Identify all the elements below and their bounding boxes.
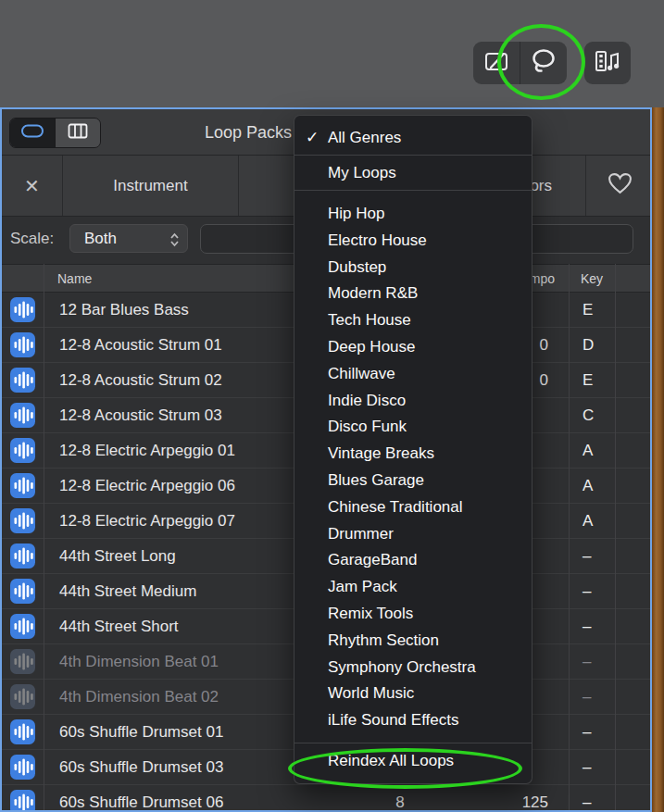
loop-name: 12-8 Electric Arpeggio 06 xyxy=(59,468,235,503)
menu-item-genre[interactable]: World Music xyxy=(294,681,532,707)
clear-filters-button[interactable]: ✕ xyxy=(2,156,62,216)
menu-item-genre[interactable]: Remix Tools xyxy=(294,601,532,628)
menu-item-all-genres[interactable]: ✓ All Genres xyxy=(294,120,532,155)
scale-select[interactable]: Both xyxy=(69,224,188,253)
loop-key-value: A xyxy=(583,504,593,538)
loop-key-value: A xyxy=(583,433,593,468)
filter-instrument-button[interactable]: Instrument xyxy=(62,156,238,216)
menu-item-genre[interactable]: Jam Pack xyxy=(294,574,532,601)
loop-waveform-icon xyxy=(10,543,35,568)
loop-waveform-icon xyxy=(10,579,35,604)
loop-waveform-icon xyxy=(10,403,35,428)
table-row[interactable]: 60s Shuffle Drumset 068125– xyxy=(2,785,650,812)
menu-item-my-loops[interactable]: My Loops xyxy=(294,156,532,190)
scale-label: Scale: xyxy=(10,217,54,261)
menu-item-genre[interactable]: Chinese Traditional xyxy=(294,494,532,521)
favorites-filter-button[interactable] xyxy=(585,156,652,216)
loop-waveform-icon xyxy=(10,755,35,780)
loop-key-value: – xyxy=(583,680,591,714)
loop-name: 60s Shuffle Drumset 01 xyxy=(59,715,223,749)
chevron-up-down-icon xyxy=(169,231,180,253)
pencil-square-icon xyxy=(482,47,510,79)
menu-item-genre[interactable]: Chillwave xyxy=(294,361,532,388)
menu-item-genre[interactable]: Symphony Orchestra xyxy=(294,655,532,681)
scale-value: Both xyxy=(84,230,117,248)
loop-waveform-icon xyxy=(10,332,35,357)
loop-name: 44th Street Long xyxy=(59,539,176,573)
loop-lasso-icon xyxy=(529,46,558,80)
loop-waveform-icon xyxy=(10,438,35,463)
loop-name: 44th Street Medium xyxy=(59,574,196,608)
column-header-key[interactable]: Key xyxy=(581,265,603,293)
menu-item-genre[interactable]: Rhythm Section xyxy=(294,628,532,655)
loop-beats-value: 8 xyxy=(382,785,419,812)
view-button-group xyxy=(473,42,567,84)
menu-item-label: My Loops xyxy=(328,164,396,181)
menu-item-genre[interactable]: Hip Hop xyxy=(294,201,532,228)
loop-browser-button[interactable] xyxy=(520,42,566,84)
loop-name: 12-8 Acoustic Strum 01 xyxy=(59,328,222,362)
columns-icon xyxy=(68,123,88,143)
menu-item-genre[interactable]: Modern R&B xyxy=(294,281,532,307)
menu-item-genre[interactable]: Deep House xyxy=(294,334,532,361)
reindex-all-loops-item[interactable]: Reindex All Loops xyxy=(294,743,532,779)
column-divider xyxy=(615,264,616,810)
column-divider xyxy=(569,264,570,810)
genre-list: Hip HopElectro HouseDubstepModern R&BTec… xyxy=(294,201,532,734)
loop-waveform-icon xyxy=(10,790,35,812)
menu-item-genre[interactable]: Vintage Breaks xyxy=(294,441,532,468)
loop-pill-icon xyxy=(20,123,44,143)
loop-name: 12-8 Acoustic Strum 02 xyxy=(59,363,222,397)
menu-item-genre[interactable]: Blues Garage xyxy=(294,468,532,494)
loop-name: 60s Shuffle Drumset 03 xyxy=(59,750,223,784)
browser-view-toggle xyxy=(9,118,101,148)
filter-instrument-label: Instrument xyxy=(113,177,187,195)
editors-button[interactable] xyxy=(473,42,520,84)
wood-side-panel xyxy=(652,107,664,812)
page-title: Loop Packs xyxy=(205,109,292,156)
menu-item-genre[interactable]: GarageBand xyxy=(294,547,532,574)
loop-name: 4th Dimension Beat 02 xyxy=(59,680,219,714)
menu-item-genre[interactable]: Drummer xyxy=(294,521,532,548)
loop-waveform-icon xyxy=(10,684,35,709)
loop-name: 12-8 Electric Arpeggio 07 xyxy=(59,504,235,538)
column-divider xyxy=(44,264,44,810)
loop-waveform-icon xyxy=(10,297,35,322)
loop-name: 12-8 Electric Arpeggio 01 xyxy=(59,433,235,468)
menu-item-genre[interactable]: iLife Sound Effects xyxy=(294,707,532,734)
close-icon: ✕ xyxy=(24,175,40,197)
button-view-toggle[interactable] xyxy=(10,119,55,147)
loop-key-value: D xyxy=(583,328,594,362)
loop-waveform-icon xyxy=(10,473,35,498)
loop-waveform-icon xyxy=(10,649,35,674)
loop-key-value: – xyxy=(583,609,591,643)
loop-name: 12-8 Acoustic Strum 03 xyxy=(59,398,222,432)
menu-item-genre[interactable]: Disco Funk xyxy=(294,414,532,441)
loop-name: 12 Bar Blues Bass xyxy=(59,293,189,327)
loop-waveform-icon xyxy=(10,719,35,744)
heart-icon xyxy=(608,172,633,199)
checkmark-icon: ✓ xyxy=(306,120,319,155)
loop-key-value: – xyxy=(583,539,591,573)
loop-tempo-value: 125 xyxy=(465,785,548,812)
menu-item-genre[interactable]: Dubstep xyxy=(294,255,532,281)
loop-waveform-icon xyxy=(10,614,35,639)
loop-name: 4th Dimension Beat 01 xyxy=(59,644,219,679)
menu-item-label: All Genres xyxy=(328,129,401,146)
menu-item-genre[interactable]: Electro House xyxy=(294,228,532,255)
media-browser-button[interactable] xyxy=(584,42,631,84)
loop-key-value: – xyxy=(583,785,591,812)
garageband-loop-browser: Loop Packs ✕ Instrument Descriptors xyxy=(0,0,664,812)
media-filmstrip-note-icon xyxy=(593,47,622,79)
loop-key-value: C xyxy=(583,398,594,432)
loop-key-value: – xyxy=(583,574,591,608)
loop-key-value: – xyxy=(583,715,591,749)
loop-key-value: – xyxy=(583,750,591,784)
column-header-name[interactable]: Name xyxy=(57,265,92,293)
menu-item-genre[interactable]: Tech House xyxy=(294,307,532,334)
loop-key-value: A xyxy=(583,468,593,503)
genres-menu: ✓ All Genres My Loops Hip HopElectro Hou… xyxy=(294,115,532,784)
column-view-toggle[interactable] xyxy=(55,119,100,147)
loop-key-value: – xyxy=(583,644,591,679)
menu-item-genre[interactable]: Indie Disco xyxy=(294,388,532,415)
